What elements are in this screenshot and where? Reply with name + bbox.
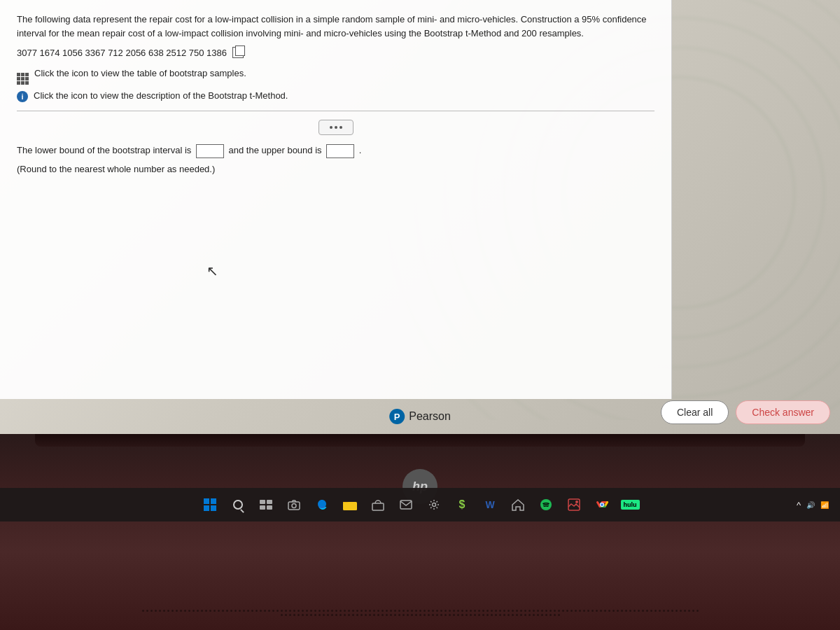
hulu-icon: hulu [621,500,640,510]
taskbar-home[interactable] [505,492,531,517]
problem-description: The following data represent the repair … [17,13,654,40]
taskbar-windows-start[interactable] [197,492,223,517]
svg-rect-7 [372,503,384,510]
taskbar-photos[interactable] [561,492,587,517]
svg-rect-8 [400,500,412,509]
taskbar-chrome[interactable] [589,492,615,517]
data-numbers: 3077 1674 1056 3367 712 2056 638 2512 75… [17,48,227,58]
svg-point-5 [292,503,296,507]
speaker-grille: // Generate speaker dots for(let i=0; i<… [140,610,700,616]
taskbar-word[interactable]: W [477,492,503,517]
taskbar-hulu[interactable]: hulu [617,492,643,517]
chevron-up-icon[interactable]: ^ [797,500,801,510]
settings-icon [428,498,440,511]
question-part1: The lower bound of the bootstrap interva… [17,145,191,155]
clear-all-button[interactable]: Clear all [661,400,729,424]
svg-point-9 [433,503,436,507]
file-explorer-icon [343,499,357,510]
taskbar-spotify[interactable] [533,492,559,517]
store-icon [372,498,384,511]
taskbar-store[interactable] [365,492,391,517]
dot1 [330,126,332,129]
taskbar-camera[interactable] [281,492,307,517]
dot3 [340,126,342,129]
svg-rect-3 [267,505,272,510]
pearson-logo: P [389,409,405,424]
pearson-name: Pearson [409,410,451,423]
svg-rect-0 [260,500,265,504]
svg-rect-4 [288,502,300,510]
instruction-row-1: Click the icon to view the table of boot… [17,68,654,85]
instruction-row-2: i Click the icon to view the description… [17,90,654,102]
buttons-area: Clear all Check answer [661,400,830,424]
dot2 [335,126,337,129]
lower-bound-input[interactable] [196,144,224,158]
copy-icon[interactable] [232,47,244,58]
laptop-body: hp // Generate speaker dots for(let i=0;… [0,434,840,630]
divider [17,111,654,111]
cursor-arrow: ↖ [206,262,218,279]
upper-bound-input[interactable] [326,144,354,158]
screen-area: The following data represent the repair … [0,0,840,434]
svg-point-15 [601,503,603,506]
taskbar-task-view[interactable] [253,492,279,517]
search-icon [233,500,243,510]
photos-icon [568,498,580,511]
spotify-icon [540,498,552,511]
taskbar-edge[interactable] [309,492,335,517]
edge-icon [316,498,328,511]
taskbar-finance[interactable]: $ [449,492,475,517]
word-icon: W [485,499,494,510]
content-panel: The following data represent the repair … [0,0,672,399]
info-icon[interactable]: i [17,91,28,102]
ellipsis-button[interactable] [318,120,354,135]
taskbar: $ W [0,488,840,522]
pearson-logo-letter: P [394,412,400,422]
check-answer-button[interactable]: Check answer [736,400,830,424]
instruction-2-text: Click the icon to view the description o… [34,90,288,101]
question-part2: and the upper bound is [229,145,322,155]
svg-rect-2 [260,505,265,510]
laptop-hinge [35,434,805,447]
finance-icon: $ [459,498,465,511]
camera-icon [288,500,300,510]
table-icon[interactable] [17,68,29,85]
taskbar-search[interactable] [225,492,251,517]
taskbar-mail[interactable] [393,492,419,517]
home-icon [512,499,524,511]
chrome-icon [596,498,608,511]
taskbar-settings[interactable] [421,492,447,517]
windows-logo-icon [204,498,216,511]
svg-rect-6 [343,502,357,510]
round-note: (Round to the nearest whole number as ne… [17,164,654,174]
period: . [359,145,362,155]
data-row: 3077 1674 1056 3367 712 2056 638 2512 75… [17,47,654,58]
taskbar-file-explorer[interactable] [337,492,363,517]
taskbar-right: ^ 🔊 📶 [797,500,829,510]
mail-icon [400,500,412,510]
wifi-icon[interactable]: 📶 [820,501,829,509]
svg-rect-1 [267,500,272,504]
pearson-branding: P Pearson [389,409,451,424]
instruction-1-text: Click the icon to view the table of boot… [34,68,246,78]
svg-point-12 [575,500,578,503]
task-view-icon [260,500,272,510]
question-text: The lower bound of the bootstrap interva… [17,144,654,158]
speaker-icon[interactable]: 🔊 [806,501,815,509]
